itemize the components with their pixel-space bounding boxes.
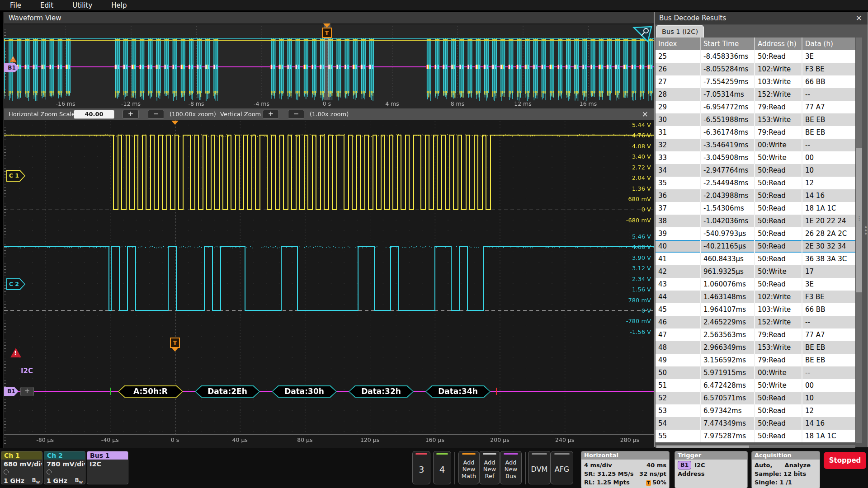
main-waveform-canvas[interactable] (4, 120, 654, 447)
table-row[interactable]: 32-3.546419ms00:Write-- (656, 139, 855, 151)
vertical-zoom-factor: (1.00x zoom) (310, 111, 349, 117)
table-row[interactable]: 34-2.947764ms50:Read10 (656, 164, 855, 177)
table-row[interactable]: 38-1.042036ms50:Read1E 20 22 24 (656, 215, 855, 227)
vertical-scrollbar[interactable]: ⋮ (856, 38, 862, 443)
button-4[interactable]: 4 (433, 451, 451, 484)
table-row[interactable]: 516.472428ms50:Write00 (656, 379, 855, 392)
badge-header: Ch 2 (44, 451, 85, 460)
decode-table-body: 25-8.458336ms50:Read3E26-8.055284ms102:W… (656, 50, 855, 442)
button-afg[interactable]: AFG (551, 451, 573, 484)
column-header-index[interactable]: Index (656, 38, 701, 50)
main-trigger-flag[interactable]: T (170, 338, 180, 352)
cell-start-time: -540.9793µs (701, 227, 755, 240)
tab-bus1-i2c[interactable]: Bus 1 (I2C) (656, 25, 704, 38)
cell-index: 44 (656, 291, 701, 303)
acquisition-settings-panel[interactable]: Acquisition Auto, Analyze Sample: 12 bit… (751, 451, 820, 488)
cell-start-time: 7.474349ms (701, 417, 755, 430)
ch2-voltage-label: 2.34 V (632, 276, 651, 282)
button-add-new-bus[interactable]: Add New Bus (500, 451, 522, 484)
table-row[interactable]: 441.463148ms102:WriteF3 BE (656, 291, 855, 303)
vertical-zoom-plus-button[interactable]: + (263, 110, 279, 119)
cell-index: 54 (656, 417, 701, 430)
zoomed-waveform-view[interactable]: C 1 C 2 5.44 V4.76 V4.08 V3.40 V2.72 V2.… (4, 120, 654, 447)
table-row[interactable]: 462.465229ms152:Write-- (656, 316, 855, 328)
table-row[interactable]: 451.964107ms103:Write66 BB (656, 303, 855, 316)
horizontal-zoom-minus-button[interactable]: − (148, 110, 164, 119)
cell-data: 00 (802, 379, 855, 392)
menu-file[interactable]: File (10, 1, 21, 9)
table-row[interactable]: 41460.8433µs50:Read36 38 3A 3C (656, 253, 855, 265)
button-add-new-ref[interactable]: Add New Ref (479, 451, 500, 484)
table-row[interactable]: 482.966349ms153:WriteBE EB (656, 341, 855, 354)
cell-index: 39 (656, 227, 701, 240)
cell-index: 41 (656, 253, 701, 265)
cell-start-time: -1.042036ms (701, 215, 755, 227)
menu-edit[interactable]: Edit (40, 1, 53, 9)
badge-ch1[interactable]: Ch 1680 mV/div1 GHzBw (1, 451, 42, 484)
panel-resize-handle[interactable]: ••• (864, 226, 868, 235)
table-row[interactable]: 31-6.361748ms79:ReadBE EB (656, 126, 855, 139)
column-header-data[interactable]: Data (h) (802, 38, 855, 50)
menu-help[interactable]: Help (111, 1, 127, 9)
cell-address: 152:Write (755, 316, 802, 328)
table-row[interactable]: 35-2.544948ms50:Read12 (656, 177, 855, 189)
panel-close-icon[interactable]: ✕ (856, 12, 862, 24)
cell-index: 28 (656, 88, 701, 101)
acquisition-panel-title: Acquisition (752, 451, 820, 460)
column-header-start-time[interactable]: Start Time (701, 38, 755, 50)
cell-start-time: -7.05314ms (701, 88, 755, 101)
table-row[interactable]: 472.563563ms79:Read77 A7 (656, 328, 855, 341)
badge-body: 680 mV/div1 GHzBw (1, 460, 42, 484)
table-row[interactable]: 26-8.055284ms102:WriteF3 BE (656, 63, 855, 75)
cell-data: F3 BE (802, 63, 855, 75)
table-row[interactable]: 39-540.9793µs50:Read26 28 2A 2C (656, 227, 855, 240)
table-row[interactable]: 505.971915ms00:Write-- (656, 366, 855, 379)
cell-data: 12 (802, 404, 855, 417)
overview-trigger-flag[interactable]: T (322, 23, 332, 38)
cell-address: 50:Read (755, 189, 802, 202)
table-row[interactable]: 30-6.551988ms153:WriteBE EB (656, 113, 855, 126)
cell-index: 34 (656, 164, 701, 177)
table-row[interactable]: 37-1.54306ms50:Read18 1A 1C (656, 202, 855, 215)
table-row[interactable]: 547.474349ms50:Read14 16 (656, 417, 855, 430)
vertical-scrollbar-thumb[interactable]: ⋮ (856, 148, 862, 292)
badge-ch2[interactable]: Ch 2780 mV/div1 GHzBw (44, 451, 85, 484)
table-row[interactable]: 25-8.458336ms50:Read3E (656, 50, 855, 63)
cell-data: 12 (802, 177, 855, 189)
expansion-point-marker-icon[interactable] (171, 121, 179, 125)
table-row[interactable]: 33-3.045908ms50:Write00 (656, 151, 855, 164)
table-row[interactable]: 42961.9325µs50:Write17 (656, 265, 855, 278)
cell-address: 79:Read (755, 328, 802, 341)
button-add-new-math[interactable]: Add New Math (458, 451, 479, 484)
badge-bus1[interactable]: Bus 1I2C (87, 451, 128, 484)
horizontal-settings-panel[interactable]: Horizontal 4 ms/div 40 ms SR: 31.25 MS/s… (581, 451, 670, 488)
table-row[interactable]: 36-2.043988ms50:Read14 16 (656, 189, 855, 202)
zoom-close-icon[interactable]: ✕ (642, 110, 648, 119)
table-row[interactable]: 557.975287ms50:Read18 1A 1C (656, 430, 855, 442)
cell-data: 3E (802, 278, 855, 291)
bus-add-button[interactable]: + (20, 387, 34, 396)
menu-utility[interactable]: Utility (72, 1, 92, 9)
button-3[interactable]: 3 (412, 451, 430, 484)
table-row[interactable]: 536.97342ms50:Read12 (656, 404, 855, 417)
zoom-overview-magnifier-icon[interactable] (632, 25, 653, 43)
horizontal-zoom-scale-input[interactable]: 40.00 us/div (74, 110, 114, 119)
waveform-overview[interactable]: B1 T -16 ms-12 ms-8 ms-4 ms0 s4 ms8 ms12… (4, 24, 654, 108)
cell-data: -- (802, 139, 855, 151)
horizontal-zoom-plus-button[interactable]: + (123, 110, 139, 119)
button-dvm[interactable]: DVM (528, 451, 551, 484)
column-header-address[interactable]: Address (h) (755, 38, 802, 50)
table-row[interactable]: 40-40.21165µs50:Read2E 30 32 34 (656, 240, 855, 253)
table-row[interactable]: 29-6.954772ms79:Read77 A7 (656, 101, 855, 113)
vertical-zoom-minus-button[interactable]: − (288, 110, 304, 119)
trigger-settings-panel[interactable]: Trigger B1 I2C Address (675, 451, 748, 488)
stopped-button[interactable]: Stopped (824, 452, 866, 469)
table-row[interactable]: 27-7.554259ms103:Write66 BB (656, 75, 855, 88)
bus-packet-data4: Data:34h (425, 385, 491, 398)
table-row[interactable]: 526.570571ms50:Read10 (656, 392, 855, 404)
table-row[interactable]: 28-7.05314ms152:Write-- (656, 88, 855, 101)
table-row[interactable]: 431.060076ms50:Read3E (656, 278, 855, 291)
table-row[interactable]: 493.156592ms79:ReadBE EB (656, 354, 855, 366)
ch2-voltage-label: 1.56 V (632, 286, 651, 293)
cell-address: 50:Write (755, 379, 802, 392)
